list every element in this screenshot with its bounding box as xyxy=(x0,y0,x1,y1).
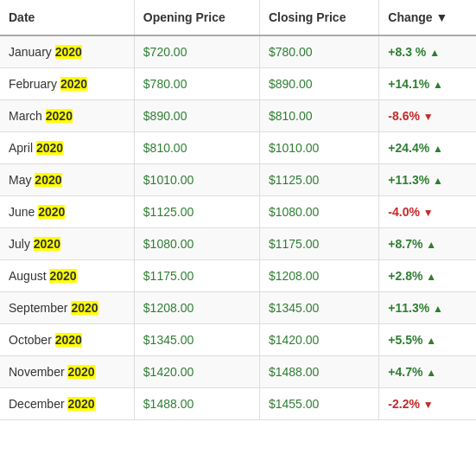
opening-price-cell: $1488.00 xyxy=(134,388,259,420)
opening-price-cell: $1175.00 xyxy=(134,260,259,292)
arrow-up-icon: ▲ xyxy=(426,239,436,251)
closing-price-cell: $810.00 xyxy=(259,100,378,132)
closing-price-cell: $1208.00 xyxy=(259,260,378,292)
change-value: +8.7% xyxy=(388,237,422,251)
arrow-up-icon: ▲ xyxy=(433,143,443,155)
header-change: Change ▼ xyxy=(379,0,476,35)
year-badge: 2020 xyxy=(71,301,98,315)
date-cell: March 2020 xyxy=(0,100,134,132)
opening-price-cell: $1125.00 xyxy=(134,196,259,228)
table-row: February 2020$780.00$890.00+14.1% ▲ xyxy=(0,68,476,100)
change-value: +2.8% xyxy=(388,269,422,283)
arrow-up-icon: ▲ xyxy=(426,271,436,283)
header-closing: Closing Price xyxy=(259,0,378,35)
change-cell: +14.1% ▲ xyxy=(379,68,476,100)
change-value: +4.7% xyxy=(388,365,422,379)
opening-price-cell: $780.00 xyxy=(134,68,259,100)
change-cell: +4.7% ▲ xyxy=(379,356,476,388)
opening-price-cell: $1208.00 xyxy=(134,292,259,324)
change-value: -8.6% xyxy=(388,109,420,123)
year-badge: 2020 xyxy=(60,77,87,91)
opening-price-cell: $890.00 xyxy=(134,100,259,132)
date-cell: September 2020 xyxy=(0,292,134,324)
change-cell: +8.7% ▲ xyxy=(379,228,476,260)
closing-price-cell: $1420.00 xyxy=(259,324,378,356)
table-row: August 2020$1175.00$1208.00+2.8% ▲ xyxy=(0,260,476,292)
change-cell: -2.2% ▼ xyxy=(379,388,476,420)
closing-price-cell: $1455.00 xyxy=(259,388,378,420)
year-badge: 2020 xyxy=(55,333,82,347)
change-value: +8.3 % xyxy=(388,45,426,59)
year-badge: 2020 xyxy=(49,269,76,283)
arrow-up-icon: ▲ xyxy=(433,175,443,187)
closing-price-cell: $890.00 xyxy=(259,68,378,100)
closing-price-cell: $1080.00 xyxy=(259,196,378,228)
opening-price-cell: $1010.00 xyxy=(134,164,259,196)
change-cell: -8.6% ▼ xyxy=(379,100,476,132)
change-value: +11.3% xyxy=(388,173,429,187)
change-value: -2.2% xyxy=(388,397,420,411)
table-row: July 2020$1080.00$1175.00+8.7% ▲ xyxy=(0,228,476,260)
table-row: November 2020$1420.00$1488.00+4.7% ▲ xyxy=(0,356,476,388)
opening-price-cell: $810.00 xyxy=(134,132,259,164)
header-date: Date xyxy=(0,0,134,35)
arrow-up-icon: ▲ xyxy=(433,303,443,315)
table-row: January 2020$720.00$780.00+8.3 % ▲ xyxy=(0,35,476,68)
year-badge: 2020 xyxy=(36,141,63,155)
table-row: December 2020$1488.00$1455.00-2.2% ▼ xyxy=(0,388,476,420)
date-cell: November 2020 xyxy=(0,356,134,388)
opening-price-cell: $720.00 xyxy=(134,35,259,68)
date-cell: April 2020 xyxy=(0,132,134,164)
arrow-up-icon: ▲ xyxy=(426,367,436,379)
year-badge: 2020 xyxy=(34,237,60,251)
opening-price-cell: $1345.00 xyxy=(134,324,259,356)
arrow-up-icon: ▲ xyxy=(426,335,436,347)
year-badge: 2020 xyxy=(55,45,82,59)
change-value: +5.5% xyxy=(388,333,422,347)
table-row: September 2020$1208.00$1345.00+11.3% ▲ xyxy=(0,292,476,324)
date-cell: January 2020 xyxy=(0,35,134,68)
date-cell: May 2020 xyxy=(0,164,134,196)
date-cell: June 2020 xyxy=(0,196,134,228)
table-row: May 2020$1010.00$1125.00+11.3% ▲ xyxy=(0,164,476,196)
table-row: March 2020$890.00$810.00-8.6% ▼ xyxy=(0,100,476,132)
closing-price-cell: $780.00 xyxy=(259,35,378,68)
change-cell: +2.8% ▲ xyxy=(379,260,476,292)
arrow-down-icon: ▼ xyxy=(423,111,434,123)
year-badge: 2020 xyxy=(38,205,65,219)
arrow-up-icon: ▲ xyxy=(433,79,443,91)
price-table: Date Opening Price Closing Price Change … xyxy=(0,0,476,420)
year-badge: 2020 xyxy=(67,365,94,379)
change-cell: +11.3% ▲ xyxy=(379,164,476,196)
date-cell: February 2020 xyxy=(0,68,134,100)
year-badge: 2020 xyxy=(67,397,94,411)
change-cell: +24.4% ▲ xyxy=(379,132,476,164)
change-cell: +8.3 % ▲ xyxy=(379,35,476,68)
change-cell: -4.0% ▼ xyxy=(379,196,476,228)
arrow-down-icon: ▼ xyxy=(423,399,434,411)
change-value: +14.1% xyxy=(388,77,429,91)
closing-price-cell: $1488.00 xyxy=(259,356,378,388)
arrow-down-icon: ▼ xyxy=(423,207,434,219)
arrow-up-icon: ▲ xyxy=(429,47,440,59)
closing-price-cell: $1010.00 xyxy=(259,132,378,164)
closing-price-cell: $1345.00 xyxy=(259,292,378,324)
change-value: +11.3% xyxy=(388,301,429,315)
date-cell: August 2020 xyxy=(0,260,134,292)
change-value: +24.4% xyxy=(388,141,429,155)
date-cell: December 2020 xyxy=(0,388,134,420)
opening-price-cell: $1420.00 xyxy=(134,356,259,388)
year-badge: 2020 xyxy=(35,173,61,187)
year-badge: 2020 xyxy=(46,109,73,123)
date-cell: October 2020 xyxy=(0,324,134,356)
change-cell: +11.3% ▲ xyxy=(379,292,476,324)
table-row: June 2020$1125.00$1080.00-4.0% ▼ xyxy=(0,196,476,228)
closing-price-cell: $1175.00 xyxy=(259,228,378,260)
table-row: April 2020$810.00$1010.00+24.4% ▲ xyxy=(0,132,476,164)
header-opening: Opening Price xyxy=(134,0,259,35)
date-cell: July 2020 xyxy=(0,228,134,260)
closing-price-cell: $1125.00 xyxy=(259,164,378,196)
opening-price-cell: $1080.00 xyxy=(134,228,259,260)
change-value: -4.0% xyxy=(388,205,420,219)
change-cell: +5.5% ▲ xyxy=(379,324,476,356)
